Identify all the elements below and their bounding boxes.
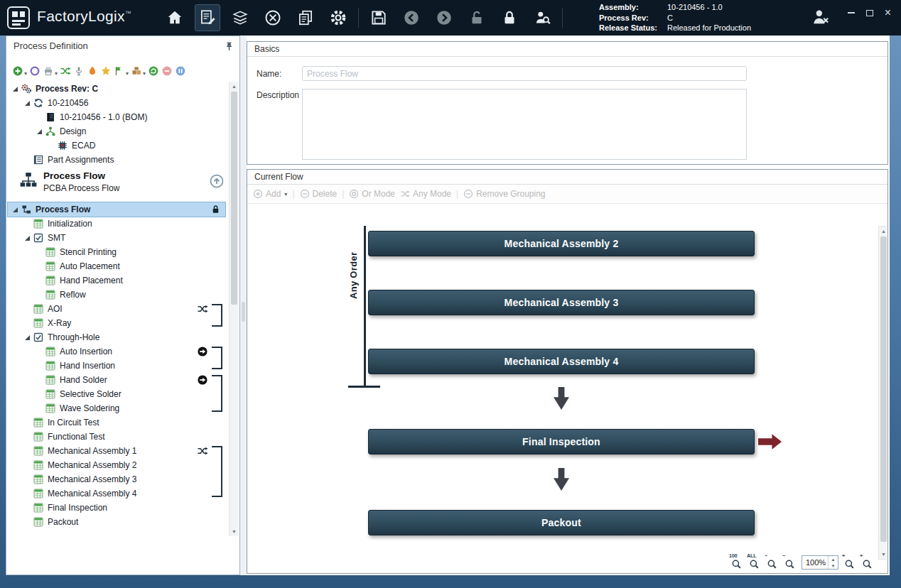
expander-icon[interactable] — [23, 335, 32, 340]
dropdown-caret-icon[interactable]: ▾ — [143, 70, 146, 77]
expander-icon[interactable] — [35, 129, 44, 134]
save-button[interactable] — [366, 4, 392, 31]
tree-item-aoi[interactable]: AOI — [8, 302, 225, 316]
tree-item-x-ray[interactable]: X-Ray — [8, 316, 225, 330]
expander-icon[interactable] — [11, 207, 20, 212]
flow-node-final-inspection[interactable]: Final Inspection — [368, 429, 755, 454]
tree-item-mechanical-assembly-2[interactable]: Mechanical Assembly 2 — [8, 458, 225, 472]
process-flow-section-header[interactable]: Process Flow PCBA Process Flow — [6, 168, 228, 201]
dropdown-caret-icon[interactable]: ▾ — [284, 191, 287, 197]
zoom-in-large-button[interactable]: + — [861, 555, 874, 570]
process-definition-button[interactable] — [195, 4, 220, 31]
tree-item-through-hole[interactable]: Through-Hole — [8, 330, 225, 344]
refresh-button[interactable] — [148, 65, 159, 77]
spin-up-icon[interactable]: ▲ — [829, 556, 838, 562]
delete-button[interactable]: Delete — [300, 189, 338, 199]
tree-item-mechanical-assembly-4[interactable]: Mechanical Assembly 4 — [8, 486, 225, 501]
any-mode-button[interactable]: Any Mode — [400, 189, 451, 199]
zoom-out-small-button[interactable]: − — [766, 555, 779, 570]
back-button[interactable] — [399, 4, 424, 31]
flow-canvas[interactable]: Any Order Mechanical Assembly 2 Mechanic… — [248, 205, 887, 572]
user-logout-icon[interactable] — [810, 7, 830, 27]
tree-item-hand-placement[interactable]: Hand Placement — [8, 273, 225, 288]
tree-item-mechanical-assembly-1[interactable]: Mechanical Assembly 1 — [8, 444, 225, 458]
unlock-button[interactable] — [464, 4, 490, 31]
add-button[interactable]: ▾ — [12, 65, 27, 77]
zoom-100-button[interactable]: 100 — [730, 555, 743, 570]
flags-button[interactable]: ▾ — [114, 65, 129, 77]
print-button[interactable]: ▾ — [43, 65, 58, 77]
zoom-in-button[interactable]: + — [843, 555, 856, 570]
tree-item-10-210456-1-0-bom-[interactable]: 10-210456 - 1.0 (BOM) — [8, 110, 225, 124]
forward-button[interactable] — [431, 4, 457, 31]
flow-node-mechanical-assembly-3[interactable]: Mechanical Assembly 3 — [368, 290, 755, 315]
name-input[interactable] — [302, 66, 747, 81]
panel-splitter[interactable] — [240, 36, 247, 575]
spin-down-icon[interactable]: ▼ — [829, 562, 838, 569]
tree-item-10-210456[interactable]: 10-210456 — [8, 96, 225, 110]
expander-icon[interactable] — [23, 236, 32, 241]
tree-item-design[interactable]: Design — [8, 124, 225, 138]
packaging-button[interactable]: ▾ — [131, 65, 146, 77]
description-input[interactable] — [302, 89, 747, 160]
tree-item-wave-soldering[interactable]: Wave Soldering — [8, 401, 225, 415]
probe-button[interactable] — [73, 65, 85, 77]
expander-icon[interactable] — [11, 87, 20, 92]
tree-item-hand-insertion[interactable]: Hand Insertion — [8, 359, 225, 373]
any-mode-button[interactable] — [60, 65, 71, 77]
routing-button[interactable] — [260, 4, 286, 31]
zoom-level-spinner[interactable]: ▲▼ — [802, 555, 838, 570]
tree-item-mechanical-assembly-3[interactable]: Mechanical Assembly 3 — [8, 472, 225, 486]
remove-grouping-button[interactable]: Remove Grouping — [463, 189, 545, 199]
flow-node-mechanical-assembly-4[interactable]: Mechanical Assembly 4 — [368, 349, 755, 374]
splitter-grip[interactable] — [242, 302, 245, 322]
home-button[interactable] — [162, 4, 188, 31]
solder-button[interactable] — [87, 65, 98, 77]
add-button[interactable]: Add▾ — [253, 189, 287, 199]
canvas-scrollbar[interactable]: ▲ ▼ — [878, 226, 887, 560]
documents-button[interactable] — [227, 4, 253, 31]
tree-item-part-assignments[interactable]: Part Assignments — [8, 153, 225, 167]
tree-item-initialization[interactable]: Initialization — [8, 217, 225, 231]
close-button[interactable]: × — [885, 8, 891, 18]
hold-button[interactable] — [175, 65, 186, 77]
tree-item-auto-insertion[interactable]: Auto Insertion — [8, 344, 225, 359]
scrollbar-thumb[interactable] — [880, 236, 887, 542]
link-button[interactable] — [29, 65, 41, 77]
tree-scrollbar[interactable]: ▲ ▼ — [229, 82, 239, 536]
tree-item-final-inspection[interactable]: Final Inspection — [8, 501, 225, 515]
lock-button[interactable] — [497, 4, 522, 31]
tree-item-functional-test[interactable]: Functional Test — [8, 430, 225, 444]
maximize-button[interactable] — [866, 10, 873, 16]
zoom-out-button[interactable]: − — [784, 555, 797, 570]
tree-item-packout[interactable]: Packout — [8, 515, 225, 529]
scrollbar-thumb[interactable] — [231, 92, 237, 305]
tree-item-reflow[interactable]: Reflow — [8, 288, 225, 302]
zoom-level-input[interactable] — [802, 556, 828, 569]
scroll-down-icon[interactable]: ▼ — [230, 527, 239, 536]
collapse-up-button[interactable] — [210, 174, 224, 188]
or-mode-button[interactable]: Or Mode — [349, 189, 395, 199]
scroll-up-icon[interactable]: ▲ — [230, 82, 239, 91]
tree-item-auto-placement[interactable]: Auto Placement — [8, 259, 225, 273]
scroll-up-icon[interactable]: ▲ — [879, 227, 887, 236]
tree-item-selective-solder[interactable]: Selective Solder — [8, 387, 225, 401]
flow-node-mechanical-assembly-2[interactable]: Mechanical Assembly 2 — [368, 231, 755, 256]
tree-item-stencil-printing[interactable]: Stencil Printing — [8, 245, 225, 259]
dropdown-caret-icon[interactable]: ▾ — [24, 70, 27, 77]
reports-button[interactable] — [293, 4, 318, 31]
tree-item-smt[interactable]: SMT — [8, 231, 225, 245]
expander-icon[interactable] — [23, 101, 32, 106]
tree-item-process-flow[interactable]: Process Flow — [8, 202, 225, 217]
scroll-down-icon[interactable]: ▼ — [879, 550, 887, 559]
tree-item-process-rev-c[interactable]: Process Rev: C — [8, 82, 225, 96]
tree-item-ecad[interactable]: ECAD — [8, 138, 225, 153]
flow-node-packout[interactable]: Packout — [368, 510, 755, 535]
settings-button[interactable] — [325, 4, 351, 31]
tree-item-in-circuit-test[interactable]: In Circuit Test — [8, 415, 225, 430]
dropdown-caret-icon[interactable]: ▾ — [55, 70, 58, 77]
dropdown-caret-icon[interactable]: ▾ — [126, 70, 129, 77]
remove-button[interactable] — [161, 65, 173, 77]
user-search-button[interactable] — [529, 4, 555, 31]
tree-item-hand-solder[interactable]: Hand Solder — [8, 373, 225, 387]
